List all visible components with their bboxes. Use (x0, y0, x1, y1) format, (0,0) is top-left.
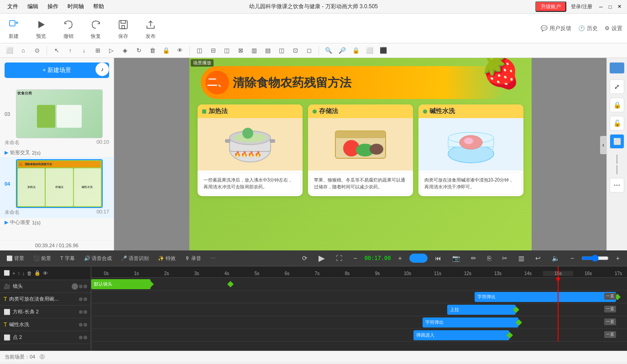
camera-help-icon[interactable] (72, 283, 78, 290)
clip-text1[interactable]: 字符弹出 (475, 292, 616, 302)
tb2-btn-align1[interactable]: ◫ (193, 45, 205, 57)
scene-item-03[interactable]: 03 饮食分类 未命名 00:10 (0, 87, 114, 148)
tb2-btn-visible[interactable]: 👁 (174, 45, 186, 57)
tb2-btn-align7[interactable]: ◫ (276, 45, 287, 57)
preview-tool[interactable]: 预览 (32, 17, 50, 40)
unlock-button[interactable]: 🔓 (610, 116, 624, 130)
tb2-btn-zoomout[interactable]: 🔎 (336, 45, 348, 57)
text1-vis[interactable] (79, 297, 83, 301)
tb2-btn-3[interactable]: ⊙ (31, 45, 43, 57)
tb2-btn-8[interactable]: ▷ (105, 45, 117, 57)
tb2-btn-6[interactable]: ↓ (78, 45, 90, 57)
close-button[interactable]: ✕ (615, 3, 623, 11)
tb2-btn-1[interactable]: ⬜ (4, 45, 16, 57)
shape2-vis[interactable] (79, 336, 83, 339)
keyframe-camera-2[interactable] (227, 281, 234, 287)
active-panel-button[interactable]: ⬜ (610, 134, 624, 149)
login-button[interactable]: 登录/注册 (567, 2, 596, 11)
bg-tool[interactable]: ⬜ 背景 (4, 254, 27, 263)
play-button[interactable]: ▶ (315, 252, 329, 264)
tb2-btn-10[interactable]: ↻ (133, 45, 145, 57)
layer-text1[interactable]: T 肉类可放在淡食用碗... (0, 293, 91, 306)
text1-lock[interactable] (84, 297, 87, 301)
fullscreen-button[interactable]: ⤢ (610, 79, 624, 94)
shape1-vis[interactable] (79, 310, 83, 314)
layer-text2[interactable]: T 碱性水洗 (0, 318, 91, 331)
toggle-button[interactable] (409, 254, 428, 263)
minimize-button[interactable]: ─ (597, 3, 605, 11)
tb2-btn-9[interactable]: ◈ (119, 45, 131, 57)
text2-lock[interactable] (84, 323, 87, 327)
shape2-lock[interactable] (84, 336, 87, 339)
tb2-btn-align2[interactable]: ⊟ (207, 45, 219, 57)
upgrade-button[interactable]: 升级账户 (535, 1, 566, 12)
music-button[interactable]: ♪ (95, 62, 109, 76)
clip-text2[interactable]: 字符弹出 (423, 317, 518, 328)
layer-shape2[interactable]: ⬜ 点 2 (0, 331, 91, 344)
filter-btn[interactable]: ▥ (515, 254, 528, 263)
zoom-minus[interactable]: − (567, 254, 578, 263)
asr-tool[interactable]: 🎤 语音识别 (118, 254, 152, 263)
history-tool[interactable]: 🕐 历史 (578, 25, 598, 32)
tb2-btn-align6[interactable]: ▤ (262, 45, 274, 57)
subtitle-tool[interactable]: T 字幕 (57, 254, 78, 263)
new-scene-button[interactable]: + 新建场景 (5, 62, 109, 78)
tb2-btn-4[interactable]: ↖ (51, 45, 63, 57)
tb2-btn-align5[interactable]: ▥ (248, 45, 260, 57)
loop-btn[interactable]: ↩ (532, 254, 544, 263)
lock-aspect-button[interactable]: 🔒 (610, 98, 624, 112)
slide-canvas[interactable]: 场景播放 二、 清除食物农药残留方法 🍓 (189, 58, 532, 250)
menu-file[interactable]: 文件 (4, 2, 22, 11)
layer-shape1[interactable]: ⬜ 方框-长条 2 (0, 306, 91, 318)
new-tool[interactable]: 新建 (5, 17, 23, 40)
camera-btn[interactable]: 📷 (449, 254, 464, 263)
tb2-btn-zoomin[interactable]: 🔍 (323, 45, 334, 57)
tb2-btn-align9[interactable]: ◻ (303, 45, 315, 57)
camera-lock[interactable] (84, 285, 87, 288)
tb2-btn-7[interactable]: ⊞ (92, 45, 104, 57)
tb2-btn-lock[interactable]: 🔒 (160, 45, 172, 57)
save-tool[interactable]: 保存 (114, 17, 132, 40)
publish-tool[interactable]: 发布 (141, 17, 160, 40)
step-back[interactable]: ⏮ (431, 254, 445, 263)
text2-vis[interactable] (79, 323, 83, 327)
more-tools[interactable]: ⋯ (208, 255, 218, 262)
split-btn[interactable]: ✂ (498, 254, 511, 263)
menu-operate[interactable]: 操作 (44, 2, 62, 11)
maximize-button[interactable]: □ (606, 3, 614, 11)
zoom-out-tl[interactable]: − (350, 254, 361, 263)
tts-tool[interactable]: 🔊 语音合成 (81, 254, 115, 263)
redo-tool[interactable]: 恢复 (87, 17, 105, 40)
clip-shape2[interactable]: 弹跳进入 (413, 330, 509, 340)
fullscreen-play-button[interactable]: ⛶ (332, 254, 346, 263)
undo-tool[interactable]: 撤销 (59, 17, 78, 40)
menu-timeline[interactable]: 时间轴 (64, 2, 88, 11)
clip-shape1[interactable]: 上拉 (447, 305, 516, 315)
volume-btn[interactable]: 🔈 (548, 254, 563, 263)
panel-collapse-button[interactable]: ‹ (600, 136, 606, 154)
tb2-btn-align3[interactable]: ◫ (221, 45, 233, 57)
scene-item-04[interactable]: 04 二、清除食物农药残留方法 加热法 存储法 碱性水洗 (0, 157, 114, 218)
zoom-in-tl[interactable]: + (394, 254, 405, 263)
feedback-tool[interactable]: 💬 用户反馈 (541, 25, 571, 32)
tb2-btn-2[interactable]: ⌂ (17, 45, 29, 57)
shape1-lock[interactable] (84, 310, 87, 314)
more-button[interactable]: ⋯ (610, 178, 624, 192)
zoom-plus2[interactable]: + (612, 254, 623, 263)
camera-vis[interactable] (79, 285, 83, 288)
tb2-btn-snap1[interactable]: ⬜ (364, 45, 376, 57)
tb2-btn-snap2[interactable]: ⬛ (377, 45, 389, 57)
effects-tool[interactable]: ✨ 特效 (155, 254, 178, 263)
layer-camera[interactable]: 🎥 镜头 (0, 280, 91, 293)
tb2-btn-align4[interactable]: ⊠ (235, 45, 246, 57)
tb2-btn-delete[interactable]: 🗑 (146, 45, 158, 57)
edit-btn[interactable]: ✏ (467, 254, 480, 263)
tb2-btn-align8[interactable]: ⊡ (289, 45, 301, 57)
menu-help[interactable]: 帮助 (89, 2, 108, 11)
zoom-slider[interactable] (581, 255, 609, 262)
record-tool[interactable]: 🎙 录音 (182, 254, 204, 263)
settings-tool[interactable]: ⚙ 设置 (605, 25, 622, 32)
tb2-btn-lock2[interactable]: 🔒 (350, 45, 362, 57)
copy-btn[interactable]: ⎘ (484, 254, 495, 263)
tb2-btn-5[interactable]: ↑ (64, 45, 76, 57)
